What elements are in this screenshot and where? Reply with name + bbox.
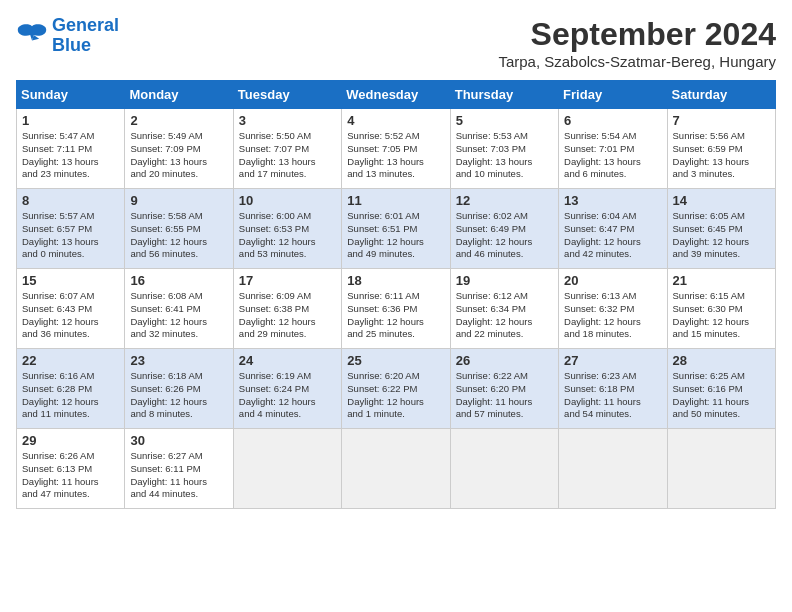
day-info: Sunrise: 5:50 AM Sunset: 7:07 PM Dayligh… (239, 130, 336, 181)
weekday-header-tuesday: Tuesday (233, 81, 341, 109)
day-info: Sunrise: 6:00 AM Sunset: 6:53 PM Dayligh… (239, 210, 336, 261)
calendar-cell: 1Sunrise: 5:47 AM Sunset: 7:11 PM Daylig… (17, 109, 125, 189)
calendar-cell: 28Sunrise: 6:25 AM Sunset: 6:16 PM Dayli… (667, 349, 775, 429)
day-number: 6 (564, 113, 661, 128)
calendar-cell: 11Sunrise: 6:01 AM Sunset: 6:51 PM Dayli… (342, 189, 450, 269)
calendar-cell: 22Sunrise: 6:16 AM Sunset: 6:28 PM Dayli… (17, 349, 125, 429)
day-info: Sunrise: 6:07 AM Sunset: 6:43 PM Dayligh… (22, 290, 119, 341)
day-info: Sunrise: 6:02 AM Sunset: 6:49 PM Dayligh… (456, 210, 553, 261)
day-number: 26 (456, 353, 553, 368)
day-number: 12 (456, 193, 553, 208)
calendar-cell: 15Sunrise: 6:07 AM Sunset: 6:43 PM Dayli… (17, 269, 125, 349)
day-info: Sunrise: 6:25 AM Sunset: 6:16 PM Dayligh… (673, 370, 770, 421)
calendar-cell: 10Sunrise: 6:00 AM Sunset: 6:53 PM Dayli… (233, 189, 341, 269)
calendar-week-5: 29Sunrise: 6:26 AM Sunset: 6:13 PM Dayli… (17, 429, 776, 509)
calendar-cell (342, 429, 450, 509)
day-number: 15 (22, 273, 119, 288)
day-info: Sunrise: 6:05 AM Sunset: 6:45 PM Dayligh… (673, 210, 770, 261)
calendar-cell (450, 429, 558, 509)
logo: General Blue (16, 16, 119, 56)
day-info: Sunrise: 6:22 AM Sunset: 6:20 PM Dayligh… (456, 370, 553, 421)
calendar-cell: 29Sunrise: 6:26 AM Sunset: 6:13 PM Dayli… (17, 429, 125, 509)
calendar-cell: 23Sunrise: 6:18 AM Sunset: 6:26 PM Dayli… (125, 349, 233, 429)
calendar-cell: 19Sunrise: 6:12 AM Sunset: 6:34 PM Dayli… (450, 269, 558, 349)
weekday-header-saturday: Saturday (667, 81, 775, 109)
title-block: September 2024 Tarpa, Szabolcs-Szatmar-B… (498, 16, 776, 70)
calendar-cell: 27Sunrise: 6:23 AM Sunset: 6:18 PM Dayli… (559, 349, 667, 429)
day-info: Sunrise: 6:08 AM Sunset: 6:41 PM Dayligh… (130, 290, 227, 341)
day-number: 3 (239, 113, 336, 128)
calendar-week-2: 8Sunrise: 5:57 AM Sunset: 6:57 PM Daylig… (17, 189, 776, 269)
calendar-cell: 6Sunrise: 5:54 AM Sunset: 7:01 PM Daylig… (559, 109, 667, 189)
day-info: Sunrise: 6:23 AM Sunset: 6:18 PM Dayligh… (564, 370, 661, 421)
day-info: Sunrise: 6:15 AM Sunset: 6:30 PM Dayligh… (673, 290, 770, 341)
calendar-cell: 25Sunrise: 6:20 AM Sunset: 6:22 PM Dayli… (342, 349, 450, 429)
calendar-cell: 17Sunrise: 6:09 AM Sunset: 6:38 PM Dayli… (233, 269, 341, 349)
day-info: Sunrise: 6:04 AM Sunset: 6:47 PM Dayligh… (564, 210, 661, 261)
day-info: Sunrise: 5:56 AM Sunset: 6:59 PM Dayligh… (673, 130, 770, 181)
calendar-cell: 24Sunrise: 6:19 AM Sunset: 6:24 PM Dayli… (233, 349, 341, 429)
day-info: Sunrise: 6:09 AM Sunset: 6:38 PM Dayligh… (239, 290, 336, 341)
day-info: Sunrise: 6:27 AM Sunset: 6:11 PM Dayligh… (130, 450, 227, 501)
day-number: 20 (564, 273, 661, 288)
day-info: Sunrise: 5:49 AM Sunset: 7:09 PM Dayligh… (130, 130, 227, 181)
day-info: Sunrise: 6:19 AM Sunset: 6:24 PM Dayligh… (239, 370, 336, 421)
day-info: Sunrise: 6:18 AM Sunset: 6:26 PM Dayligh… (130, 370, 227, 421)
day-number: 24 (239, 353, 336, 368)
calendar-cell: 21Sunrise: 6:15 AM Sunset: 6:30 PM Dayli… (667, 269, 775, 349)
page-header: General Blue September 2024 Tarpa, Szabo… (16, 16, 776, 70)
day-number: 19 (456, 273, 553, 288)
day-number: 23 (130, 353, 227, 368)
day-info: Sunrise: 6:26 AM Sunset: 6:13 PM Dayligh… (22, 450, 119, 501)
calendar-cell: 20Sunrise: 6:13 AM Sunset: 6:32 PM Dayli… (559, 269, 667, 349)
day-number: 29 (22, 433, 119, 448)
calendar-cell (233, 429, 341, 509)
day-info: Sunrise: 6:20 AM Sunset: 6:22 PM Dayligh… (347, 370, 444, 421)
weekday-header-monday: Monday (125, 81, 233, 109)
day-number: 27 (564, 353, 661, 368)
calendar-cell: 26Sunrise: 6:22 AM Sunset: 6:20 PM Dayli… (450, 349, 558, 429)
day-number: 13 (564, 193, 661, 208)
calendar-cell: 9Sunrise: 5:58 AM Sunset: 6:55 PM Daylig… (125, 189, 233, 269)
day-number: 4 (347, 113, 444, 128)
calendar-cell (559, 429, 667, 509)
logo-icon (16, 22, 48, 50)
day-info: Sunrise: 6:13 AM Sunset: 6:32 PM Dayligh… (564, 290, 661, 341)
calendar-cell: 2Sunrise: 5:49 AM Sunset: 7:09 PM Daylig… (125, 109, 233, 189)
location: Tarpa, Szabolcs-Szatmar-Bereg, Hungary (498, 53, 776, 70)
calendar-cell: 4Sunrise: 5:52 AM Sunset: 7:05 PM Daylig… (342, 109, 450, 189)
day-info: Sunrise: 6:12 AM Sunset: 6:34 PM Dayligh… (456, 290, 553, 341)
weekday-header-wednesday: Wednesday (342, 81, 450, 109)
weekday-header-row: SundayMondayTuesdayWednesdayThursdayFrid… (17, 81, 776, 109)
calendar-table: SundayMondayTuesdayWednesdayThursdayFrid… (16, 80, 776, 509)
day-number: 14 (673, 193, 770, 208)
calendar-cell: 12Sunrise: 6:02 AM Sunset: 6:49 PM Dayli… (450, 189, 558, 269)
calendar-cell: 18Sunrise: 6:11 AM Sunset: 6:36 PM Dayli… (342, 269, 450, 349)
day-number: 30 (130, 433, 227, 448)
month-title: September 2024 (498, 16, 776, 53)
day-info: Sunrise: 5:47 AM Sunset: 7:11 PM Dayligh… (22, 130, 119, 181)
day-number: 9 (130, 193, 227, 208)
day-number: 5 (456, 113, 553, 128)
calendar-cell: 5Sunrise: 5:53 AM Sunset: 7:03 PM Daylig… (450, 109, 558, 189)
weekday-header-friday: Friday (559, 81, 667, 109)
logo-text: General Blue (52, 16, 119, 56)
day-info: Sunrise: 6:11 AM Sunset: 6:36 PM Dayligh… (347, 290, 444, 341)
day-number: 8 (22, 193, 119, 208)
day-info: Sunrise: 5:54 AM Sunset: 7:01 PM Dayligh… (564, 130, 661, 181)
day-info: Sunrise: 6:01 AM Sunset: 6:51 PM Dayligh… (347, 210, 444, 261)
calendar-cell: 7Sunrise: 5:56 AM Sunset: 6:59 PM Daylig… (667, 109, 775, 189)
day-number: 25 (347, 353, 444, 368)
day-info: Sunrise: 6:16 AM Sunset: 6:28 PM Dayligh… (22, 370, 119, 421)
calendar-week-4: 22Sunrise: 6:16 AM Sunset: 6:28 PM Dayli… (17, 349, 776, 429)
calendar-cell: 16Sunrise: 6:08 AM Sunset: 6:41 PM Dayli… (125, 269, 233, 349)
day-number: 7 (673, 113, 770, 128)
day-number: 28 (673, 353, 770, 368)
day-number: 18 (347, 273, 444, 288)
calendar-cell (667, 429, 775, 509)
day-number: 21 (673, 273, 770, 288)
day-number: 11 (347, 193, 444, 208)
calendar-cell: 13Sunrise: 6:04 AM Sunset: 6:47 PM Dayli… (559, 189, 667, 269)
day-info: Sunrise: 5:53 AM Sunset: 7:03 PM Dayligh… (456, 130, 553, 181)
day-number: 22 (22, 353, 119, 368)
